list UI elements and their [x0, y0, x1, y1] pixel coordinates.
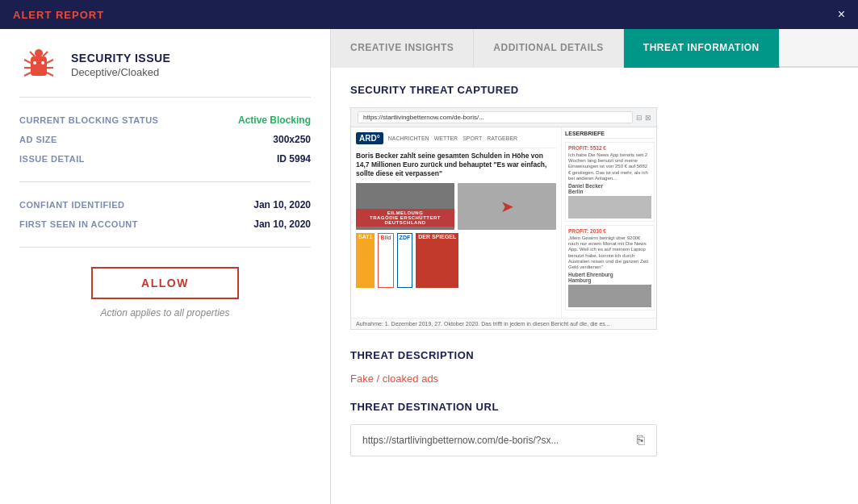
main-content: SECURITY ISSUE Deceptive/Cloaked CURRENT…: [0, 29, 858, 504]
sidebar-text-2: „Mein Gewinn beträgt über 9200€ nach nur…: [568, 235, 651, 270]
ad-size-label: AD SIZE: [19, 135, 57, 144]
tab-threat-information[interactable]: THREAT INFORMATION: [624, 29, 780, 68]
svg-rect-0: [31, 56, 47, 76]
tab-additional-details[interactable]: ADDITIONAL DETAILS: [474, 29, 624, 68]
info-row-blocking: CURRENT BLOCKING STATUS Active Blocking: [19, 110, 311, 130]
svg-point-3: [41, 61, 44, 65]
svg-line-9: [47, 60, 53, 63]
sidebar-header: LESERBRIEFE: [565, 131, 655, 139]
browser-bar: https://startlivingbetternow.com/de-bori…: [351, 108, 657, 127]
sidebar-img-1: [568, 196, 651, 219]
screenshot-sidebar: LESERBRIEFE PROFIT: 5532 € Ich habe Die …: [561, 127, 657, 318]
confiant-identified-label: CONFIANT IDENTIFIED: [19, 200, 125, 210]
fake-screenshot: https://startlivingbetternow.com/de-bori…: [351, 108, 657, 318]
url-container: https://startlivingbetternow.com/de-bori…: [350, 424, 657, 456]
brand-logos: SAT1 Bild ZDF DER SPIEGEL: [356, 233, 556, 289]
browser-url: https://startlivingbetternow.com/de-bori…: [358, 111, 633, 123]
sidebar-card-2: PROFIT: 2030 € „Mein Gewinn beträgt über…: [565, 225, 655, 310]
tabs: CREATIVE INSIGHTS ADDITIONAL DETAILS THR…: [331, 29, 858, 68]
browser-controls: ⊟ ⊠: [636, 114, 651, 122]
allow-note: Action applies to all properties: [100, 307, 229, 319]
screenshot-main: ARD° NACHRICHTENWETTERSPORTRATGEBER Bori…: [351, 127, 561, 318]
svg-line-4: [30, 52, 35, 56]
svg-line-11: [47, 73, 53, 76]
ard-logo-area: ARD° NACHRICHTENWETTERSPORTRATGEBER: [356, 132, 556, 148]
first-seen-row: FIRST SEEN IN ACCOUNT Jan 10, 2020: [19, 215, 311, 234]
issue-detail-label: ISSUE DETAIL: [19, 154, 85, 164]
info-table: CURRENT BLOCKING STATUS Active Blocking …: [19, 110, 311, 182]
issue-type: SECURITY ISSUE: [71, 52, 170, 65]
screenshot-container: https://startlivingbetternow.com/de-bori…: [350, 107, 657, 330]
first-seen-value: Jan 10, 2020: [253, 219, 311, 230]
svg-line-8: [24, 73, 31, 76]
svg-point-2: [33, 61, 36, 65]
sidebar-img-2: [568, 285, 651, 307]
first-seen-label: FIRST SEEN IN ACCOUNT: [19, 219, 138, 229]
sidebar-author-2: Hubert EhrenburgHamburg: [568, 272, 651, 283]
threat-description-value: Fake / cloaked ads: [350, 373, 839, 385]
screenshot-img-1: EILMELDUNGTRAGÖDIE ERSCHÜTTERTDEUTSCHLAN…: [356, 183, 454, 230]
svg-point-1: [35, 49, 43, 57]
image-grid: EILMELDUNGTRAGÖDIE ERSCHÜTTERTDEUTSCHLAN…: [356, 183, 556, 288]
sidebar-profit-1: PROFIT: 5532 €: [568, 145, 651, 151]
threat-destination-title: THREAT DESTINATION URL: [350, 401, 839, 413]
screenshot-caption: Aufnahme: 1. Dezember 2019, 27. Oktober …: [351, 318, 656, 329]
confiant-identified-row: CONFIANT IDENTIFIED Jan 10, 2020: [19, 195, 311, 215]
sidebar-card-1: PROFIT: 5532 € Ich habe Die News App ber…: [565, 142, 655, 222]
allow-section: ALLOW Action applies to all properties: [19, 267, 311, 319]
breaking-badge: EILMELDUNGTRAGÖDIE ERSCHÜTTERTDEUTSCHLAN…: [356, 209, 454, 227]
sidebar-author-1: Daniel BeckerBerlin: [568, 183, 651, 194]
left-panel: SECURITY ISSUE Deceptive/Cloaked CURRENT…: [0, 29, 331, 504]
issue-info: SECURITY ISSUE Deceptive/Cloaked: [71, 52, 170, 78]
header-title: ALERT REPORT: [13, 9, 104, 21]
sidebar-profit-2: PROFIT: 2030 €: [568, 228, 651, 234]
blocking-status-value: Active Blocking: [238, 115, 311, 126]
svg-line-5: [43, 52, 48, 56]
bug-icon: [19, 45, 58, 84]
sidebar-text-1: Ich habe Die News App bereits seit 2 Woc…: [568, 152, 651, 181]
info-row-size: AD SIZE 300x250: [19, 130, 311, 149]
close-button[interactable]: ×: [838, 8, 845, 21]
destination-url: https://startlivingbetternow.com/de-bori…: [362, 435, 630, 446]
screenshot-body: ARD° NACHRICHTENWETTERSPORTRATGEBER Bori…: [351, 127, 657, 318]
copy-icon[interactable]: ⎘: [637, 433, 645, 448]
threat-description-title: THREAT DESCRIPTION: [350, 349, 839, 361]
red-arrow-icon: ➤: [500, 197, 514, 216]
issue-header: SECURITY ISSUE Deceptive/Cloaked: [19, 45, 311, 98]
svg-line-6: [24, 60, 31, 63]
article-headline: Boris Becker zahlt seine gesamten Schuld…: [356, 152, 556, 178]
ard-logo: ARD°: [356, 132, 383, 144]
dates-table: CONFIANT IDENTIFIED Jan 10, 2020 FIRST S…: [19, 195, 311, 248]
header: ALERT REPORT ×: [0, 0, 858, 29]
confiant-identified-value: Jan 10, 2020: [253, 199, 311, 210]
ard-nav: NACHRICHTENWETTERSPORTRATGEBER: [388, 135, 518, 141]
right-panel: CREATIVE INSIGHTS ADDITIONAL DETAILS THR…: [331, 29, 858, 504]
issue-subtype: Deceptive/Cloaked: [71, 66, 170, 78]
info-row-issue: ISSUE DETAIL ID 5994: [19, 149, 311, 169]
allow-button[interactable]: ALLOW: [91, 267, 239, 299]
right-content: SECURITY THREAT CAPTURED https://startli…: [331, 68, 858, 473]
tab-creative-insights[interactable]: CREATIVE INSIGHTS: [331, 29, 474, 68]
ad-size-value: 300x250: [273, 134, 311, 145]
blocking-status-label: CURRENT BLOCKING STATUS: [19, 115, 158, 125]
screenshot-img-2: ➤: [458, 183, 556, 230]
threat-capture-title: SECURITY THREAT CAPTURED: [350, 84, 839, 96]
issue-detail-value: ID 5994: [277, 153, 311, 165]
